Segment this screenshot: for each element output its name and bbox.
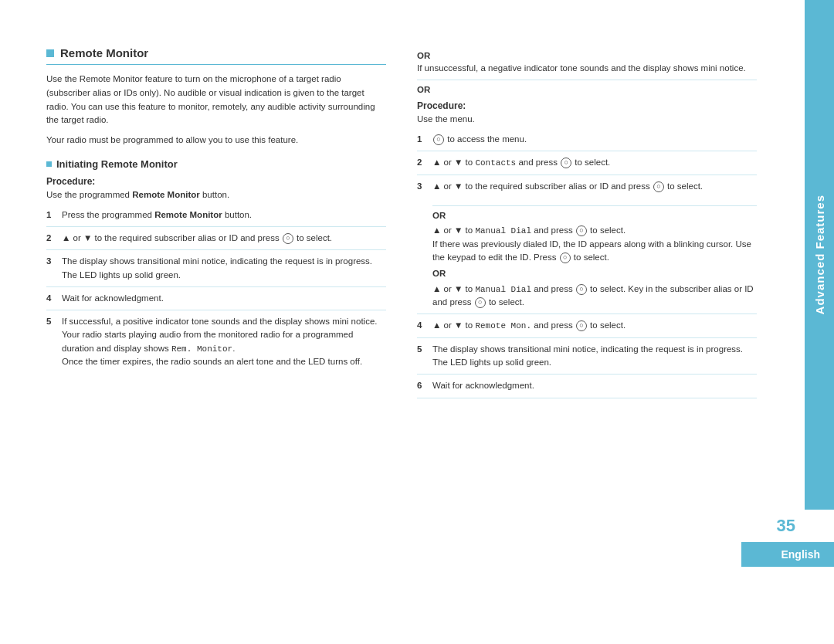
page-container: Advanced Features English 35 Remote Moni… bbox=[0, 0, 834, 644]
right-step-6: 6 Wait for acknowledgment. bbox=[417, 379, 757, 398]
section-title: Remote Monitor bbox=[60, 46, 148, 59]
procedure-text-left: Use the programmed Remote Monitor button… bbox=[46, 188, 386, 202]
right-column: OR If unsuccessful, a negative indicator… bbox=[417, 46, 757, 613]
left-column: Remote Monitor Use the Remote Monitor fe… bbox=[46, 46, 386, 613]
left-step-1: 1 Press the programmed Remote Monitor bu… bbox=[46, 208, 386, 227]
right-step-2: 2 ▲ or ▼ to Contacts and press ○ to sele… bbox=[417, 156, 757, 175]
or-text-1: If unsuccessful, a negative indicator to… bbox=[417, 62, 757, 80]
right-steps: 1 ○ to access the menu. 2 ▲ or ▼ to Cont… bbox=[417, 133, 757, 398]
requirement-text: Your radio must be programmed to allow y… bbox=[46, 134, 386, 147]
left-step-2: 2 ▲ or ▼ to the required subscriber alia… bbox=[46, 232, 386, 250]
section-heading-remote-monitor: Remote Monitor bbox=[46, 46, 386, 65]
right-step-1: 1 ○ to access the menu. bbox=[417, 133, 757, 151]
left-step-5: 5 If successful, a positive indicator to… bbox=[46, 315, 386, 373]
right-step-5: 5 The display shows transitional mini no… bbox=[417, 343, 757, 375]
sidebar-label-text: Advanced Features bbox=[813, 195, 826, 314]
small-square-icon bbox=[46, 161, 52, 167]
page-number: 35 bbox=[777, 516, 795, 536]
blue-square-icon bbox=[46, 49, 54, 57]
english-badge: English bbox=[741, 542, 834, 567]
procedure-text-right: Use the menu. bbox=[417, 113, 757, 127]
right-step-4: 4 ▲ or ▼ to Remote Mon. and press ○ to s… bbox=[417, 319, 757, 338]
or-label-1: OR bbox=[417, 51, 757, 60]
main-content: Remote Monitor Use the Remote Monitor fe… bbox=[0, 0, 805, 644]
or-label-3a: OR bbox=[432, 205, 757, 222]
right-step-3: 3 ▲ or ▼ to the required subscriber alia… bbox=[417, 180, 757, 315]
or-text-3b: ▲ or ▼ to Manual Dial and press ○ to sel… bbox=[432, 283, 757, 310]
or-label-2: OR bbox=[417, 85, 757, 94]
sub-heading-initiating: Initiating Remote Monitor bbox=[46, 158, 386, 170]
sidebar-advanced-features: Advanced Features bbox=[805, 0, 834, 510]
procedure-label-left: Procedure: bbox=[46, 176, 386, 187]
or-label-3b: OR bbox=[432, 267, 757, 280]
sub-section-title: Initiating Remote Monitor bbox=[56, 158, 178, 170]
left-steps-list: 1 Press the programmed Remote Monitor bu… bbox=[46, 208, 386, 374]
intro-text: Use the Remote Monitor feature to turn o… bbox=[46, 73, 386, 127]
procedure-label-right: Procedure: bbox=[417, 100, 757, 111]
or-text-3a: ▲ or ▼ to Manual Dial and press ○ to sel… bbox=[432, 224, 757, 264]
left-step-4: 4 Wait for acknowledgment. bbox=[46, 292, 386, 310]
left-step-3: 3 The display shows transitional mini no… bbox=[46, 255, 386, 287]
